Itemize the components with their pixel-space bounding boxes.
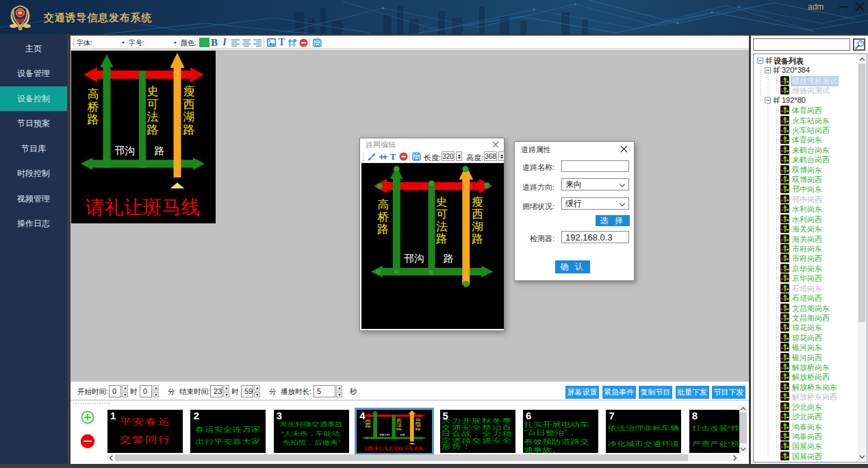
sidebar-item-operation-log[interactable]: 操作日志 bbox=[0, 211, 67, 236]
color-swatch[interactable] bbox=[199, 38, 209, 47]
scroll-up-icon[interactable] bbox=[740, 406, 746, 411]
net-stop-button[interactable] bbox=[398, 150, 408, 163]
select-value: 缓行 bbox=[565, 198, 582, 210]
sidebar-item-device-management[interactable]: 设备管理 bbox=[0, 61, 67, 86]
tree-collapse-icon[interactable] bbox=[765, 67, 771, 73]
duration-label: 播放时长: bbox=[281, 387, 311, 397]
length-spinner[interactable] bbox=[456, 151, 462, 161]
sidebar-item-video-management[interactable]: 视频管理 bbox=[0, 186, 67, 212]
svg-text:史可法路: 史可法路 bbox=[396, 419, 403, 432]
thumbnail-text-line: 扎实开展电动车 bbox=[523, 421, 598, 428]
program-thumbnail-3[interactable]: 3发生轻微交通事故“人未伤，车能动,先拍照，后撤离” bbox=[274, 410, 349, 453]
align-center-button[interactable] bbox=[242, 36, 251, 49]
draw-road-button[interactable] bbox=[367, 150, 376, 163]
emergency-event-button[interactable]: 紧急事件 bbox=[602, 386, 636, 399]
select-value: 来向 bbox=[565, 179, 582, 190]
net-dialog-close-icon[interactable] bbox=[492, 141, 499, 148]
sidebar-item-device-control[interactable]: 设备控制 bbox=[0, 86, 67, 112]
sidebar-item-home[interactable]: 主页 bbox=[0, 36, 67, 62]
start-hour-spinner[interactable] bbox=[122, 385, 128, 397]
start-min-input[interactable]: 0 bbox=[140, 385, 152, 397]
jam-select[interactable]: 缓行 bbox=[561, 197, 629, 210]
vscroll-thumb[interactable] bbox=[739, 412, 747, 443]
net-save-button[interactable] bbox=[411, 150, 422, 163]
tree-vertical-scrollbar[interactable] bbox=[858, 55, 866, 461]
tree-vscroll-thumb[interactable] bbox=[858, 64, 865, 322]
tree-row: 解放桥岗东 bbox=[754, 362, 867, 371]
device-search-button[interactable] bbox=[853, 38, 865, 51]
road-name-input[interactable] bbox=[561, 160, 629, 172]
thumbs-vertical-scrollbar[interactable] bbox=[739, 405, 747, 453]
program-thumbnail-1[interactable]: 1平安春运交警同行 bbox=[107, 410, 183, 453]
program-thumbnail-8[interactable]: 8打击改装“炸街”严查严处“机动车” bbox=[689, 410, 739, 453]
program-dispatch-button[interactable]: 节目下发 bbox=[712, 386, 745, 399]
tree-node-label[interactable]: 192*80 bbox=[782, 96, 806, 104]
height-spinner[interactable] bbox=[498, 151, 505, 161]
app-title: 交通诱导信息发布系统 bbox=[44, 12, 152, 25]
svg-text:高桥路: 高桥路 bbox=[377, 198, 389, 235]
insert-image-button[interactable] bbox=[266, 36, 277, 49]
program-thumbnail-2[interactable]: 2春运安全连万家出行平安靠大家 bbox=[190, 410, 266, 453]
road-dir-select[interactable]: 来向 bbox=[561, 178, 629, 190]
minimize-button[interactable] bbox=[838, 0, 850, 12]
tree-node-label[interactable]: 国展岗西 bbox=[792, 452, 822, 462]
scroll-down-icon[interactable] bbox=[740, 447, 746, 452]
led-preview-canvas[interactable]: 高桥路史可法路瘦西湖路邗沟路请礼让斑马线 bbox=[71, 51, 216, 223]
program-thumbnail-7[interactable]: 7依法治理非标车辆净化城市交通环境 bbox=[606, 410, 681, 453]
size-select[interactable] bbox=[145, 36, 180, 49]
tree-node-label[interactable]: 320*384 bbox=[782, 66, 810, 74]
align-right-button[interactable] bbox=[253, 36, 262, 49]
confirm-button[interactable]: 确 认 bbox=[555, 260, 590, 273]
device-screen-icon bbox=[780, 145, 789, 154]
copy-program-button[interactable]: 复制节目 bbox=[639, 386, 672, 399]
save-button[interactable] bbox=[312, 36, 322, 49]
close-button[interactable] bbox=[854, 0, 866, 12]
sidebar-item-program-library[interactable]: 节目库 bbox=[0, 136, 67, 162]
sidebar-item-program-plan[interactable]: 节目预案 bbox=[0, 111, 67, 136]
net-edit-canvas[interactable]: 高桥路史可法路瘦西湖路邗沟路 bbox=[361, 163, 504, 329]
props-dialog-close-icon[interactable] bbox=[620, 145, 628, 153]
height-input[interactable]: 368 bbox=[484, 151, 497, 161]
font-select[interactable] bbox=[93, 36, 128, 49]
bold-button[interactable]: B bbox=[209, 36, 219, 49]
end-min-spinner[interactable] bbox=[254, 385, 260, 397]
scroll-right-icon[interactable] bbox=[732, 455, 737, 461]
device-screen-icon bbox=[780, 204, 789, 213]
duration-input[interactable]: 5 bbox=[314, 385, 335, 397]
tree-row: 琼花岗东 bbox=[754, 322, 867, 332]
stop-button[interactable] bbox=[298, 36, 308, 49]
end-hour-input[interactable]: 23 bbox=[210, 385, 222, 397]
device-search-input[interactable] bbox=[753, 38, 850, 51]
program-thumbnail-6[interactable]: 6扎实开展电动车“百日整治”，有效预防道路交通事故。 bbox=[523, 410, 598, 453]
screen-settings-button[interactable]: 屏幕设置 bbox=[565, 386, 599, 399]
sidebar-item-period-control[interactable]: 时段控制 bbox=[0, 161, 67, 186]
program-thumbnail-5[interactable]: 5大力开展秋冬季交通安全整治百日会战，全力稳定道路交通安全形势！ bbox=[440, 410, 515, 453]
tree-row: 火车站岗东 bbox=[754, 115, 867, 125]
align-left-button[interactable] bbox=[231, 36, 240, 49]
duration-spinner[interactable] bbox=[336, 385, 342, 397]
start-hour-input[interactable]: 0 bbox=[109, 385, 121, 397]
tree-row: 解放桥东岗西 bbox=[754, 391, 867, 401]
insert-text-button[interactable]: T bbox=[277, 36, 286, 49]
tree-collapse-icon[interactable] bbox=[757, 58, 763, 64]
tree-scroll-up-icon[interactable] bbox=[859, 57, 865, 62]
net-dialog-titlebar[interactable]: 路网编辑 bbox=[360, 138, 504, 150]
batch-dispatch-button[interactable]: 批量下发 bbox=[676, 386, 709, 399]
length-input[interactable]: 320 bbox=[442, 151, 455, 161]
road-tool-button[interactable] bbox=[378, 150, 388, 163]
tree-collapse-icon[interactable] bbox=[765, 97, 771, 103]
select-button[interactable]: 选 择 bbox=[596, 215, 630, 226]
end-min-input[interactable]: 59 bbox=[241, 385, 253, 397]
thumbs-horizontal-scrollbar[interactable] bbox=[107, 454, 739, 461]
net-text-button[interactable]: T bbox=[389, 150, 397, 163]
insert-road-button[interactable] bbox=[287, 36, 297, 49]
detector-input[interactable]: 192.168.0.3 bbox=[561, 231, 629, 243]
program-thumbnail-4[interactable]: 4高桥路史可法路瘦西湖路邗沟路请礼让斑马线 bbox=[357, 410, 432, 453]
tree-row: 京华岗东 bbox=[754, 263, 867, 273]
scroll-left-icon[interactable] bbox=[109, 455, 114, 461]
end-hour-spinner[interactable] bbox=[223, 385, 229, 397]
tree-scroll-down-icon[interactable] bbox=[859, 454, 865, 459]
start-min-spinner[interactable] bbox=[153, 385, 159, 397]
hscroll-thumb[interactable] bbox=[115, 454, 688, 461]
italic-button[interactable]: I bbox=[221, 36, 228, 49]
